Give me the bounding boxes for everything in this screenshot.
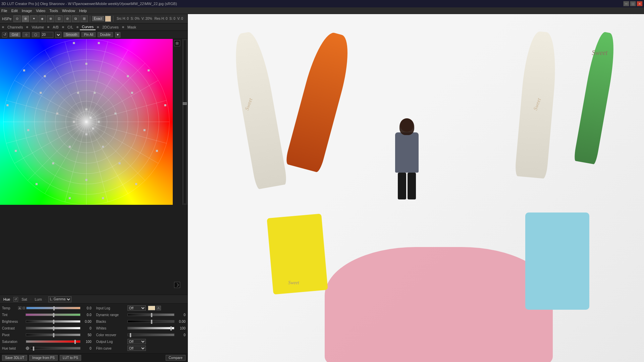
tool-btn-8[interactable]: ⧉ (72, 15, 79, 22)
channel-separator-2: · (45, 297, 46, 301)
hue-twist-thumb[interactable] (33, 347, 34, 351)
output-log-label: Output Log (96, 340, 126, 344)
tint-thumb[interactable] (53, 313, 54, 317)
grid-hex-button[interactable]: ⬡ (32, 32, 40, 37)
canvas-expand-button[interactable]: ⊞ (174, 40, 180, 46)
vslider-thumb[interactable] (183, 102, 187, 105)
output-log-select[interactable]: Off (127, 339, 146, 344)
person-hair (399, 118, 414, 135)
image-from-ps-button[interactable]: Image from PS (29, 355, 58, 361)
lut-to-ps-button[interactable]: LUT to PS (60, 355, 81, 361)
channel-hue-reset[interactable]: ↺ (13, 297, 18, 302)
whites-thumb[interactable] (170, 326, 172, 330)
tool-btn-2[interactable]: ⊕ (22, 15, 29, 22)
menu-image[interactable]: Image (22, 9, 32, 13)
grid-size-input[interactable] (42, 32, 53, 38)
menu-window[interactable]: Window (62, 9, 75, 13)
channel-lgamma-select[interactable]: L. Gamma (48, 296, 71, 302)
pivot-thumb[interactable] (53, 333, 54, 337)
brightness-row: Brightness 0.00 (2, 318, 92, 324)
dynamic-range-thumb[interactable] (151, 313, 152, 317)
blacks-thumb[interactable] (151, 320, 152, 324)
tool-btn-9[interactable]: ⊞ (80, 15, 88, 22)
temp-icon: A (18, 306, 21, 310)
expand-button[interactable]: ▼ (115, 32, 120, 38)
color-recover-thumb[interactable] (130, 333, 131, 337)
saturation-thumb[interactable] (74, 340, 76, 344)
close-button[interactable]: ✕ (637, 1, 643, 6)
tool-btn-1[interactable]: ⊙ (13, 15, 21, 22)
tool-btn-7[interactable]: ⊘ (64, 15, 71, 22)
exact-button[interactable]: Exact (92, 16, 104, 21)
tab-channels[interactable]: Channels (5, 24, 25, 30)
grid-button[interactable]: Grid (9, 32, 20, 37)
separator-2 (113, 16, 113, 22)
menu-tools[interactable]: Tools (49, 9, 58, 13)
reset-button[interactable]: ↺ (2, 32, 7, 38)
menu-file[interactable]: File (1, 9, 7, 13)
saturation-slider[interactable] (26, 340, 80, 343)
tab-2dcurves[interactable]: 2DCurves (100, 24, 121, 30)
whites-slider[interactable] (127, 327, 175, 329)
menu-video[interactable]: Video (36, 9, 45, 13)
tab-mask[interactable]: Mask (125, 24, 138, 30)
grid-size-select[interactable]: ▼ (55, 32, 61, 38)
brightness-thumb[interactable] (53, 320, 54, 324)
dynamic-range-row: Dynamic range 0 (96, 312, 186, 318)
film-curve-select[interactable]: Off (127, 346, 146, 351)
canvas-moon-button[interactable]: ☽ (174, 282, 180, 288)
channel-sat[interactable]: Sat (20, 297, 29, 302)
input-log-btn[interactable]: A (156, 306, 161, 310)
input-log-select[interactable]: Off (127, 305, 146, 311)
preview-image-container: Sweet Sweet Sweet Sweet (188, 14, 644, 362)
blacks-row: Blacks 0.00 (96, 318, 186, 324)
contrast-slider[interactable] (26, 327, 80, 329)
tab-volume[interactable]: Volume (30, 24, 46, 30)
contrast-value: 0 (82, 326, 92, 330)
color-swatch[interactable] (105, 16, 111, 22)
preview-panel: Sweet Sweet Sweet Sweet (188, 14, 644, 362)
blue-shape (525, 213, 589, 310)
tool-btn-5[interactable]: ⊗ (47, 15, 54, 22)
tool-btn-3[interactable]: ✦ (30, 15, 38, 22)
titlebar-title: 3D LUT Creator Pro [c] Oleg Sharonov - W… (1, 2, 177, 6)
temp-slider[interactable] (26, 307, 80, 309)
canvas-container[interactable]: ⊞ ☽ (0, 39, 187, 295)
save-3dlut-button[interactable]: Save 3DLUT (2, 355, 27, 361)
person-body (395, 132, 419, 173)
double-button[interactable]: Double (98, 32, 113, 37)
sweet-text-3: Sweet (592, 49, 608, 57)
grid-dots-button[interactable]: ⊹ (22, 32, 30, 37)
saturation-row: Saturation 100 (2, 339, 92, 345)
tool-btn-4[interactable]: ◈ (39, 15, 46, 22)
color-recover-slider[interactable] (127, 334, 175, 336)
brightness-value: 0.00 (82, 320, 92, 323)
tab-cl[interactable]: C/L (65, 24, 75, 30)
menu-edit[interactable]: Edit (11, 9, 18, 13)
hue-saturation-wheel[interactable] (0, 39, 173, 205)
compare-button[interactable]: Compare (166, 355, 185, 361)
pivot-slider[interactable] (26, 334, 80, 336)
contrast-thumb[interactable] (53, 326, 54, 330)
maximize-button[interactable]: □ (630, 1, 636, 6)
tool-btn-6[interactable]: ⊡ (55, 15, 63, 22)
tab-dot-2 (26, 26, 28, 28)
pin-all-button[interactable]: Pin All (82, 32, 96, 37)
tab-curves[interactable]: Curves (80, 24, 96, 30)
tab-ab[interactable]: A/B (51, 24, 61, 30)
whites-label: Whites (96, 326, 126, 330)
brightness-slider[interactable] (26, 320, 80, 323)
blacks-slider[interactable] (127, 320, 175, 323)
vslider-track[interactable] (184, 40, 186, 203)
hue-twist-slider[interactable] (30, 347, 80, 350)
temp-thumb[interactable] (53, 306, 55, 310)
minimize-button[interactable]: ─ (623, 1, 629, 6)
vertical-slider[interactable] (181, 39, 187, 205)
tint-slider[interactable] (25, 313, 80, 316)
channel-hue[interactable]: Hue (2, 297, 11, 302)
dynamic-range-slider[interactable] (127, 313, 175, 316)
channel-lum[interactable]: Lum (33, 297, 43, 302)
sliders-area: Temp A 0.0 Tint (0, 304, 187, 353)
smooth-button[interactable]: Smooth (63, 32, 79, 37)
menu-help[interactable]: Help (79, 9, 87, 13)
